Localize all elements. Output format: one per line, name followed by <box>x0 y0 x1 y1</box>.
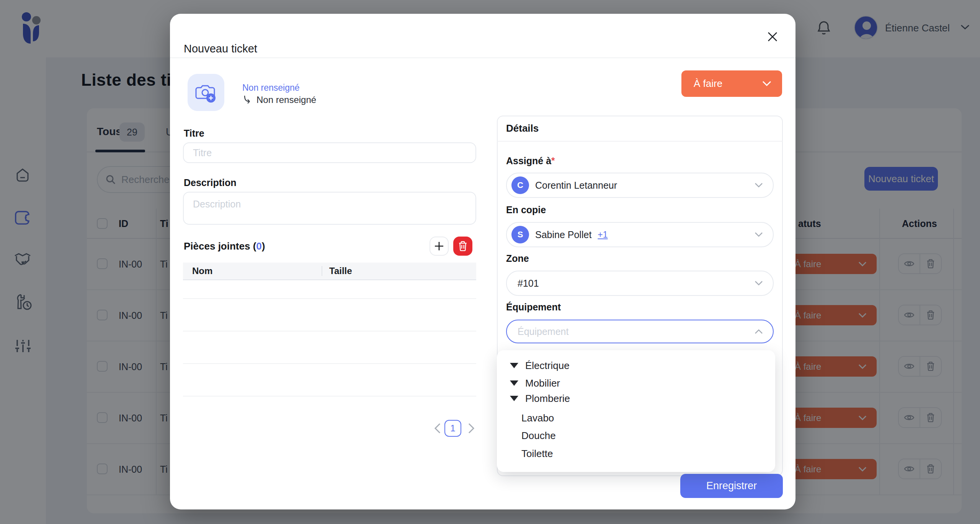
copy-extra-link[interactable]: +1 <box>598 230 608 240</box>
attachments-row-line <box>183 396 476 397</box>
attachments-count: 0 <box>256 240 261 252</box>
chevron-down-icon <box>755 232 763 237</box>
description-label: Description <box>184 177 237 188</box>
camera-plus-icon <box>194 82 218 103</box>
chevron-right-icon <box>468 423 475 434</box>
description-input[interactable] <box>183 192 476 225</box>
transfer-icon <box>242 94 252 106</box>
dropdown-item-douche[interactable]: Douche <box>521 429 556 442</box>
attachments-row-line <box>183 363 476 364</box>
dropdown-item-lavabo[interactable]: Lavabo <box>521 411 554 425</box>
dropdown-group-mobilier[interactable]: Mobilier <box>510 376 560 390</box>
equipment-input-wrapper <box>506 320 774 343</box>
save-button[interactable]: Enregistrer <box>680 474 783 498</box>
pagination-prev[interactable] <box>434 423 441 435</box>
titre-label: Titre <box>184 128 204 139</box>
assigned-label: Assigné à* <box>506 155 555 167</box>
chevron-down-icon <box>755 281 763 286</box>
triangle-down-icon <box>510 380 518 386</box>
equipment-label: Équipement <box>506 302 561 313</box>
chevron-down-icon <box>762 81 771 87</box>
dropdown-item-toilette[interactable]: Toilette <box>521 447 553 460</box>
dropdown-group-plomberie[interactable]: Plomberie <box>510 392 570 405</box>
attachments-label-suffix: ) <box>262 240 265 252</box>
pagination-next[interactable] <box>468 423 475 435</box>
close-button[interactable] <box>764 28 781 45</box>
copy-label: En copie <box>506 204 546 215</box>
status-label: À faire <box>694 78 722 90</box>
screen: Étienne Castel Liste des ti Tous 29 U No… <box>0 0 980 524</box>
chevron-left-icon <box>434 423 441 434</box>
trash-icon <box>458 241 467 251</box>
copy-select[interactable]: S Sabine Pollet +1 <box>506 222 774 247</box>
close-icon <box>767 31 778 42</box>
new-ticket-modal: Nouveau ticket Non renseigné Non renseig… <box>170 14 795 509</box>
assigned-label-text: Assigné à <box>506 155 551 166</box>
assigned-value: Corentin Letanneur <box>535 180 617 191</box>
dropdown-item-label: Mobilier <box>525 377 560 389</box>
titre-input[interactable] <box>183 142 476 163</box>
attachments-col-size: Taille <box>322 266 352 276</box>
details-divider <box>497 141 783 142</box>
dropdown-item-label: Plomberie <box>525 393 570 405</box>
assigned-select[interactable]: C Corentin Letanneur <box>506 173 774 198</box>
modal-header-divider <box>170 57 795 58</box>
pagination-page-1[interactable]: 1 <box>444 420 461 437</box>
dropdown-item-label: Toilette <box>521 448 553 460</box>
modal-title: Nouveau ticket <box>184 42 257 55</box>
zone-label: Zone <box>506 253 529 264</box>
attachments-col-name: Nom <box>183 266 322 276</box>
chevron-up-icon <box>755 329 763 334</box>
attachments-row-line <box>183 298 476 299</box>
dropdown-group-electrique[interactable]: Électrique <box>510 359 570 372</box>
assigned-avatar: C <box>511 176 529 194</box>
details-heading: Détails <box>506 122 539 134</box>
copy-avatar: S <box>511 226 529 243</box>
photo-link[interactable]: Non renseigné <box>242 83 300 93</box>
triangle-down-icon <box>510 396 518 401</box>
attachments-heading: Pièces jointes (0) <box>184 240 265 252</box>
photo-secondary: Non renseigné <box>256 95 316 105</box>
plus-icon <box>434 241 444 251</box>
attachments-table-header: Nom Taille <box>183 263 476 280</box>
copy-value: Sabine Pollet <box>535 229 591 240</box>
photo-upload[interactable] <box>188 74 224 111</box>
equipment-dropdown: Électrique Mobilier Plomberie Lavabo Dou… <box>497 350 775 472</box>
chevron-down-icon <box>755 183 763 188</box>
zone-select[interactable]: #101 <box>506 271 774 296</box>
zone-value: #101 <box>518 278 539 289</box>
required-marker: * <box>551 155 555 166</box>
triangle-down-icon <box>510 363 518 368</box>
dropdown-item-label: Lavabo <box>521 412 554 424</box>
delete-attachments-button[interactable] <box>453 237 472 256</box>
equipment-input[interactable] <box>517 326 755 338</box>
dropdown-item-label: Électrique <box>525 360 570 372</box>
attachments-label: Pièces jointes ( <box>184 240 256 252</box>
add-attachment-button[interactable] <box>430 237 449 256</box>
attachments-row-line <box>183 331 476 331</box>
dropdown-item-label: Douche <box>521 430 556 442</box>
status-dropdown[interactable]: À faire <box>681 70 782 97</box>
